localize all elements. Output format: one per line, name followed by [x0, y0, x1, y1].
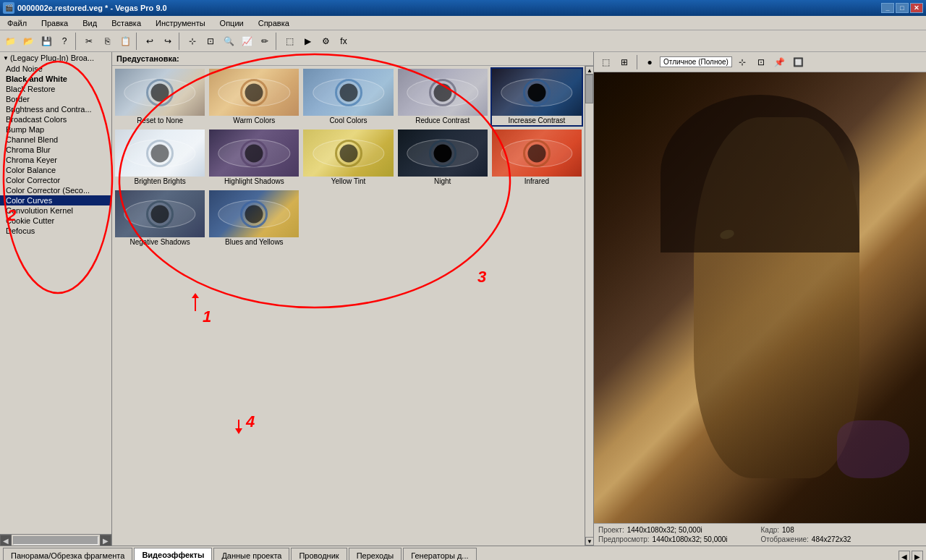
preset-thumb-reduce [398, 69, 488, 116]
preview-tb-btn3[interactable]: ⊹ [734, 54, 751, 71]
preset-infrared[interactable]: Infrared [490, 128, 583, 187]
effect-black-white[interactable]: Black and White [0, 74, 111, 84]
app-icon: 🎬 [3, 2, 14, 14]
effect-chroma-keyer[interactable]: Chroma Keyer [0, 155, 111, 165]
effect-color-corrector-2[interactable]: Color Corrector (Seco... [0, 185, 111, 195]
tab-video-effects[interactable]: Видеоэффекты [134, 548, 212, 560]
preview-quality-btn[interactable]: ● [641, 54, 658, 71]
preset-thumb-brighten [115, 130, 205, 177]
scrollbar-thumb[interactable] [585, 75, 593, 103]
help-button[interactable]: ? [56, 33, 73, 50]
effects-list[interactable]: Add Noise Black and White Black Restore … [0, 64, 111, 534]
scroll-down-btn[interactable]: ▼ [585, 537, 593, 546]
preset-cool-colors[interactable]: Cool Colors [302, 67, 394, 127]
effect-brightness[interactable]: Brightness and Contra... [0, 104, 111, 114]
effect-bump-map[interactable]: Bump Map [0, 124, 111, 135]
open-button[interactable]: 📂 [20, 33, 37, 50]
preview-quality-dropdown[interactable]: Отличное (Полное) [660, 56, 732, 67]
preset-brighten-brights[interactable]: Brighten Brights [114, 128, 206, 187]
preset-label-reduce: Reduce Contrast [398, 116, 488, 125]
bg-purple-blob [837, 420, 909, 478]
effect-chroma-blur[interactable]: Chroma Blur [0, 145, 111, 155]
prev-sep-1 [637, 55, 637, 69]
redo-button[interactable]: ↪ [159, 33, 177, 50]
cut-button[interactable]: ✂ [80, 33, 98, 50]
effect-color-balance[interactable]: Color Balance [0, 165, 111, 175]
preset-label-night: Night [398, 177, 488, 186]
tab-transitions[interactable]: Переходы [349, 548, 402, 560]
presets-row-1: Reset to None Warm Colors Cool Colors [114, 67, 583, 127]
preset-thumb-cool [303, 69, 393, 116]
preview-toolbar: ⬚ ⊞ ● Отличное (Полное) ⊹ ⊡ 📌 🔲 [594, 52, 926, 72]
tab-explorer[interactable]: Проводник [291, 548, 347, 560]
menu-insert[interactable]: Вставка [107, 17, 145, 29]
copy-button[interactable]: ⎘ [98, 33, 116, 50]
effect-add-noise[interactable]: Add Noise [0, 64, 111, 74]
effect-channel-blend[interactable]: Channel Blend [0, 135, 111, 145]
menu-file[interactable]: Файл [3, 17, 31, 29]
track-select[interactable]: ⊡ [202, 33, 219, 50]
menu-options[interactable]: Опции [216, 17, 248, 29]
preview-tb-btn4[interactable]: ⊡ [752, 54, 770, 71]
save-button[interactable]: 💾 [38, 33, 55, 50]
preset-warm-colors[interactable]: Warm Colors [208, 67, 300, 127]
preview-tb-btn5[interactable]: 📌 [771, 54, 789, 71]
new-button[interactable]: 📁 [1, 33, 19, 50]
preview-tb-btn1[interactable]: ⬚ [597, 54, 614, 71]
preset-reduce-contrast[interactable]: Reduce Contrast [396, 67, 489, 127]
frame-label: Кадр: [761, 526, 780, 534]
minimize-button[interactable]: _ [881, 3, 894, 13]
preset-label-increase: Increase Contrast [492, 116, 582, 125]
envelope-tool[interactable]: 📈 [238, 33, 255, 50]
close-button[interactable]: ✕ [910, 3, 923, 13]
tab-panorama[interactable]: Панорама/Обрезка фрагмента [3, 548, 132, 560]
media-btn[interactable]: ▶ [299, 33, 316, 50]
effect-black-restore[interactable]: Black Restore [0, 84, 111, 94]
preset-increase-contrast[interactable]: Increase Contrast [490, 67, 583, 127]
maximize-button[interactable]: □ [896, 3, 909, 13]
undo-button[interactable]: ↩ [141, 33, 158, 50]
effect-color-curves[interactable]: Color Curves [0, 195, 111, 205]
scroll-right-btn[interactable]: ▶ [100, 535, 111, 546]
preview-tb-btn2[interactable]: ⊞ [616, 54, 633, 71]
tab-project-data[interactable]: Данные проекта [213, 548, 289, 560]
preset-thumb-warm [209, 69, 299, 116]
effect-border[interactable]: Border [0, 94, 111, 104]
preset-highlight-shadows[interactable]: Highlight Shadows [208, 128, 300, 187]
select-tool[interactable]: ⊹ [184, 33, 201, 50]
menu-edit[interactable]: Правка [37, 17, 72, 29]
preview-video-area [594, 72, 926, 523]
scrollbar-track[interactable] [585, 75, 593, 537]
fx-btn[interactable]: fx [335, 33, 352, 50]
separator-4 [276, 33, 279, 50]
preview-image [594, 72, 926, 523]
preset-reset-to-none[interactable]: Reset to None [114, 67, 206, 127]
effect-defocus[interactable]: Defocus [0, 226, 111, 236]
tabs-prev-btn[interactable]: ◀ [899, 551, 910, 560]
menu-view[interactable]: Вид [78, 17, 101, 29]
effect-convolution[interactable]: Convolution Kernel [0, 205, 111, 216]
tabs-next-btn[interactable]: ▶ [912, 551, 923, 560]
preset-negative-shadows[interactable]: Negative Shadows [114, 189, 206, 248]
horizontal-scrollbar[interactable] [13, 536, 98, 545]
preset-label-warm: Warm Colors [209, 116, 299, 125]
event-btn[interactable]: ⬚ [281, 33, 298, 50]
preset-blues-yellows[interactable]: Blues and Yellows [208, 189, 300, 248]
preview-tb-btn6[interactable]: 🔲 [790, 54, 807, 71]
scroll-left-btn[interactable]: ◀ [0, 535, 12, 546]
scroll-up-btn[interactable]: ▲ [585, 66, 593, 75]
paste-button[interactable]: 📋 [116, 33, 134, 50]
menu-help[interactable]: Справка [254, 17, 294, 29]
preset-yellow-tint[interactable]: Yellow Tint [302, 128, 394, 187]
tab-generators[interactable]: Генераторы д... [403, 548, 476, 560]
preset-night[interactable]: Night [396, 128, 489, 187]
zoom-tool[interactable]: 🔍 [220, 33, 237, 50]
plugin-group-header[interactable]: ▼ (Legacy Plug-In) Broa... [0, 52, 111, 64]
edit-tool[interactable]: ✏ [256, 33, 273, 50]
tools-btn2[interactable]: ⚙ [317, 33, 334, 50]
menu-tools[interactable]: Инструменты [151, 17, 210, 29]
presets-vertical-scrollbar[interactable]: ▲ ▼ [585, 66, 593, 546]
effect-color-corrector[interactable]: Color Corrector [0, 175, 111, 185]
effect-cookie-cutter[interactable]: Cookie Cutter [0, 216, 111, 226]
effect-broadcast[interactable]: Broadcast Colors [0, 114, 111, 124]
